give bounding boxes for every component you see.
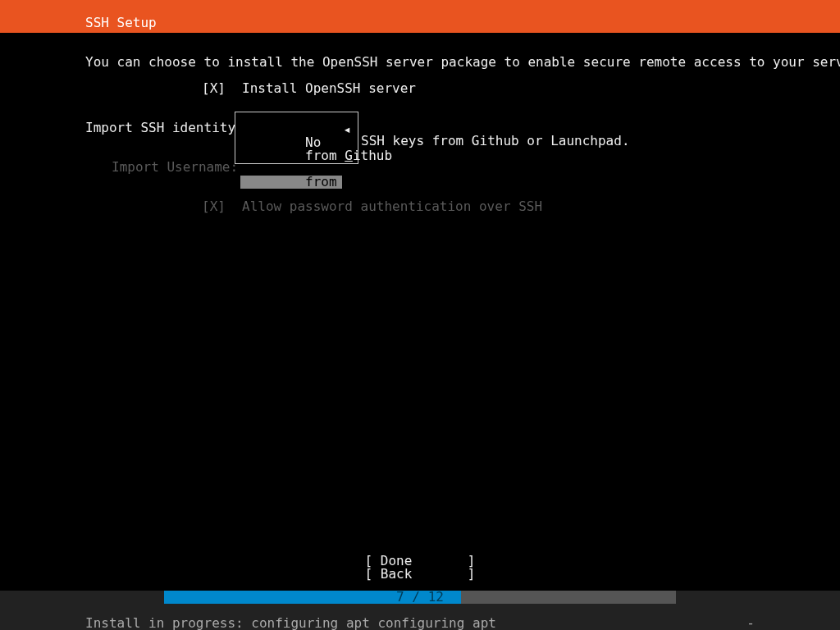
import-identity-description: SSH keys from Github or Launchpad.	[361, 135, 630, 148]
install-status-spinner: -	[746, 617, 755, 630]
description-text: You can choose to install the OpenSSH se…	[85, 56, 840, 69]
import-username-label: Import Username:	[112, 161, 238, 174]
dropdown-option-launchpad-rest: aunchpad	[353, 174, 416, 189]
import-identity-label: Import SSH identity:	[85, 121, 244, 135]
dropdown-option-no[interactable]: No ◂	[235, 123, 358, 136]
dropdown-option-launchpad-prefix: from	[305, 174, 345, 189]
back-button[interactable]: [ Back ]	[0, 568, 840, 581]
install-openssh-label: Install OpenSSH server	[242, 82, 416, 95]
install-status-text: Install in progress: configuring apt con…	[85, 617, 755, 630]
header-bar: SSH Setup	[0, 0, 840, 33]
dropdown-indicator-icon: ◂	[343, 123, 351, 136]
install-openssh-checkbox[interactable]: [X]	[202, 82, 226, 95]
dropdown-option-launchpad-mnemonic: L	[345, 174, 353, 189]
import-identity-dropdown[interactable]: No ◂ from Github from Launchpad	[235, 112, 358, 164]
dropdown-option-github-rest: ithub	[353, 148, 392, 163]
dropdown-option-launchpad[interactable]: from Launchpad	[235, 149, 358, 162]
page-title: SSH Setup	[85, 16, 157, 30]
dropdown-option-github[interactable]: from Github	[235, 136, 358, 149]
progress-bar-label: 7 / 12	[164, 591, 676, 604]
progress-bar: 7 / 12	[164, 591, 676, 604]
allow-password-checkbox: [X]	[202, 200, 226, 213]
